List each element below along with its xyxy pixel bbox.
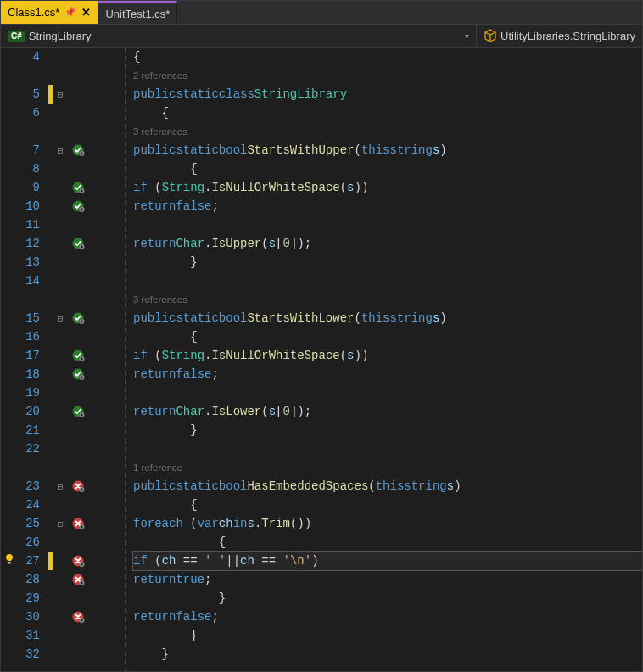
line-number: 23 xyxy=(1,479,48,493)
line-number: 12 xyxy=(1,237,48,250)
code-line[interactable] xyxy=(133,440,642,458)
test-status-icon[interactable] xyxy=(68,367,88,381)
codelens-references[interactable]: 2 references xyxy=(133,66,642,85)
code-line[interactable] xyxy=(133,272,642,290)
line-number: 29 xyxy=(1,591,48,605)
fold-toggle[interactable]: ⊟ xyxy=(53,89,68,100)
code-line[interactable]: return false; xyxy=(133,608,642,626)
change-indicator xyxy=(48,626,53,645)
namespace-dropdown[interactable]: C# StringLibrary ▾ xyxy=(1,25,477,47)
test-status-icon[interactable] xyxy=(68,349,88,362)
code-line[interactable]: { xyxy=(133,160,642,178)
change-indicator xyxy=(48,253,53,272)
gutter: 45⊟67⊟89101112131415⊟1617181920212223⊟24… xyxy=(1,48,126,672)
close-icon[interactable]: ✕ xyxy=(81,6,91,19)
code-line[interactable] xyxy=(133,384,642,402)
change-indicator xyxy=(48,328,53,346)
tab-class1[interactable]: Class1.cs* 📌 ✕ xyxy=(1,1,98,24)
code-line[interactable]: } xyxy=(133,645,642,664)
test-status-icon[interactable] xyxy=(68,479,88,493)
code-line[interactable] xyxy=(133,216,642,234)
code-line[interactable]: public static bool StartsWithLower(this … xyxy=(133,309,642,328)
line-number: 7 xyxy=(1,143,48,157)
codelens-references[interactable]: 3 references xyxy=(133,122,642,141)
chevron-down-icon: ▾ xyxy=(465,31,469,41)
code-area[interactable]: { 2 references public static class Strin… xyxy=(126,48,642,672)
tab-bar: Class1.cs* 📌 ✕ UnitTest1.cs* xyxy=(1,1,642,25)
code-line[interactable]: if (ch == ' ' || ch == '\n') xyxy=(133,552,642,570)
line-number: 32 xyxy=(1,647,48,661)
tab-unittest1[interactable]: UnitTest1.cs* xyxy=(98,1,177,24)
pin-icon[interactable]: 📌 xyxy=(64,7,76,18)
change-indicator xyxy=(48,533,53,552)
line-number: 24 xyxy=(1,498,48,512)
code-line[interactable]: { xyxy=(133,104,642,122)
code-line[interactable]: return false; xyxy=(133,365,642,384)
line-number: 26 xyxy=(1,535,48,549)
code-line[interactable]: } xyxy=(133,421,642,440)
line-number: 14 xyxy=(1,274,48,288)
test-status-icon[interactable] xyxy=(68,405,88,418)
code-line[interactable]: { xyxy=(133,328,642,346)
code-line[interactable]: return false; xyxy=(133,197,642,216)
test-status-icon[interactable] xyxy=(68,237,88,250)
test-status-icon[interactable] xyxy=(68,143,88,157)
test-status-icon[interactable] xyxy=(68,311,88,325)
change-indicator xyxy=(48,160,53,178)
change-indicator xyxy=(48,216,53,234)
change-indicator xyxy=(48,421,53,440)
code-line[interactable]: return Char.IsLower(s[0]); xyxy=(133,402,642,421)
code-line[interactable]: if (String.IsNullOrWhiteSpace(s)) xyxy=(133,346,642,365)
fold-toggle[interactable]: ⊟ xyxy=(53,313,68,324)
line-number: 18 xyxy=(1,367,48,381)
test-status-icon[interactable] xyxy=(68,199,88,213)
test-status-icon[interactable] xyxy=(68,554,88,568)
tab-label: UnitTest1.cs* xyxy=(105,8,170,20)
code-line[interactable]: if (String.IsNullOrWhiteSpace(s)) xyxy=(133,178,642,197)
lightbulb-icon[interactable] xyxy=(3,552,16,569)
change-indicator xyxy=(48,608,53,626)
code-line[interactable]: } xyxy=(133,589,642,608)
fold-toggle[interactable]: ⊟ xyxy=(53,481,68,492)
code-line[interactable]: { xyxy=(133,533,642,552)
code-line[interactable]: public static bool StartsWithUpper(this … xyxy=(133,141,642,160)
code-line[interactable]: { xyxy=(133,496,642,514)
codelens-references[interactable]: 3 references xyxy=(133,290,642,309)
change-indicator xyxy=(48,496,53,514)
test-status-icon[interactable] xyxy=(68,610,88,624)
code-line[interactable]: public static bool HasEmbeddedSpaces(thi… xyxy=(133,477,642,496)
change-indicator xyxy=(48,346,53,365)
line-number: 15 xyxy=(1,311,48,325)
code-line[interactable]: { xyxy=(133,48,642,66)
codelens-references[interactable]: 1 reference xyxy=(133,458,642,477)
test-status-icon[interactable] xyxy=(68,181,88,194)
code-line[interactable]: } xyxy=(133,253,642,272)
code-line[interactable]: foreach (var ch in s.Trim()) xyxy=(133,514,642,533)
fold-toggle[interactable]: ⊟ xyxy=(53,145,68,156)
change-indicator xyxy=(48,589,53,608)
namespace-label: StringLibrary xyxy=(29,30,92,42)
code-line[interactable]: public static class StringLibrary xyxy=(133,85,642,104)
line-number: 17 xyxy=(1,349,48,362)
line-number: 31 xyxy=(1,629,48,642)
line-number: 22 xyxy=(1,442,48,456)
test-status-icon[interactable] xyxy=(68,517,88,530)
code-editor[interactable]: 45⊟67⊟89101112131415⊟1617181920212223⊟24… xyxy=(1,48,642,672)
tab-label: Class1.cs* xyxy=(8,6,59,19)
line-number: 9 xyxy=(1,181,48,194)
line-number: 30 xyxy=(1,610,48,624)
navigator-bar: C# StringLibrary ▾ UtilityLibraries.Stri… xyxy=(1,25,642,48)
change-indicator xyxy=(48,440,53,458)
test-status-icon[interactable] xyxy=(68,573,88,586)
change-indicator xyxy=(48,197,53,216)
fold-toggle[interactable]: ⊟ xyxy=(53,518,68,529)
line-number: 28 xyxy=(1,573,48,586)
class-label: UtilityLibraries.StringLibrary xyxy=(500,30,635,42)
change-indicator xyxy=(48,384,53,402)
line-number: 8 xyxy=(1,162,48,176)
code-line[interactable]: return Char.IsUpper(s[0]); xyxy=(133,234,642,253)
class-dropdown[interactable]: UtilityLibraries.StringLibrary xyxy=(477,25,642,47)
code-line[interactable]: } xyxy=(133,626,642,645)
line-number: 13 xyxy=(1,255,48,269)
code-line[interactable]: return true; xyxy=(133,570,642,589)
